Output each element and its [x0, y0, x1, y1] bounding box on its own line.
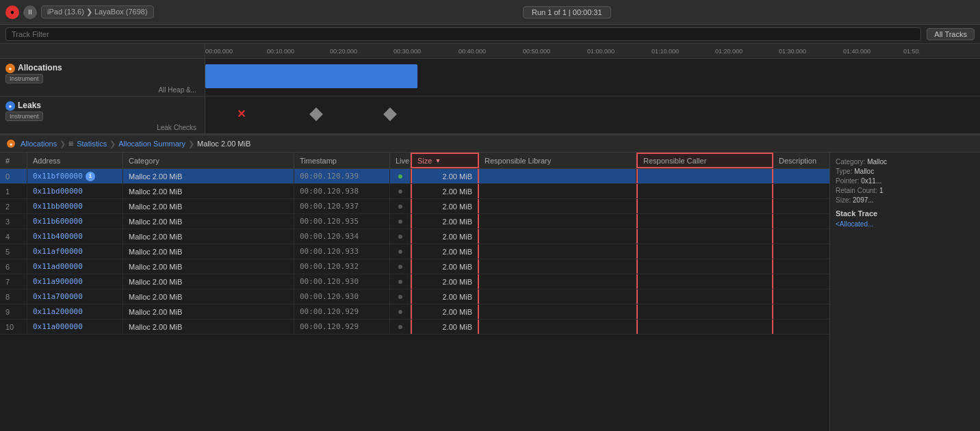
- table-icon: ⊞: [68, 140, 74, 147]
- td-timestamp-7: 00:00.120.930: [294, 274, 390, 289]
- td-size-4: 2.00 MiB: [411, 229, 479, 244]
- breadcrumb-allocations[interactable]: Allocations: [21, 140, 57, 148]
- td-address-4: 0x11b400000: [27, 229, 123, 244]
- data-table-container: # Address Category Timestamp Live Size ▼…: [0, 153, 980, 431]
- table-row[interactable]: 6 0x11ad00000 Malloc 2.00 MiB 00:00.120.…: [0, 259, 829, 274]
- table-row[interactable]: 4 0x11b400000 Malloc 2.00 MiB 00:00.120.…: [0, 229, 829, 244]
- live-dot-10: [398, 325, 402, 329]
- bottom-panel: ● Allocations ❯ ⊞ Statistics ❯ Allocatio…: [0, 135, 980, 431]
- breadcrumb-sep-3: ❯: [188, 140, 194, 148]
- td-live-4: [390, 229, 411, 244]
- td-resp-lib-3: [479, 214, 636, 228]
- td-size-10: 2.00 MiB: [411, 319, 479, 334]
- td-resp-lib-1: [479, 184, 636, 198]
- tick-7: 01:10.000: [652, 48, 679, 55]
- td-live-10: [390, 319, 411, 334]
- info-type: Type: Malloc: [836, 168, 975, 175]
- leaks-sub: Leak Checks: [5, 124, 199, 131]
- record-button[interactable]: ●: [5, 5, 19, 19]
- th-description[interactable]: Description: [773, 153, 829, 168]
- table-row[interactable]: 10 0x11a000000 Malloc 2.00 MiB 00:00.120…: [0, 319, 829, 335]
- info-icon[interactable]: i: [86, 172, 95, 181]
- sort-arrow: ▼: [435, 157, 441, 164]
- table-row[interactable]: 7 0x11a900000 Malloc 2.00 MiB 00:00.120.…: [0, 274, 829, 289]
- info-pointer: Pointer: 0x11...: [836, 177, 975, 185]
- live-dot-7: [398, 280, 402, 284]
- td-hash-6: 6: [0, 259, 27, 274]
- track-filter-input[interactable]: [5, 27, 921, 41]
- filter-bar: All Tracks: [0, 25, 980, 44]
- live-dot-6: [398, 265, 402, 269]
- tick-6: 01:00.000: [587, 48, 615, 55]
- table-header: # Address Category Timestamp Live Size ▼…: [0, 153, 829, 169]
- td-description-10: [773, 319, 829, 334]
- table-row[interactable]: 8 0x11a700000 Malloc 2.00 MiB 00:00.120.…: [0, 289, 829, 304]
- table-row[interactable]: 5 0x11af00000 Malloc 2.00 MiB 00:00.120.…: [0, 244, 829, 259]
- th-live[interactable]: Live: [390, 153, 411, 168]
- breadcrumb-icon: ●: [7, 140, 15, 148]
- th-size[interactable]: Size ▼: [411, 153, 479, 168]
- td-live-0: [390, 169, 411, 183]
- td-description-4: [773, 229, 829, 244]
- td-timestamp-0: 00:00.120.939: [294, 169, 390, 183]
- leaks-track: ✕: [205, 96, 980, 134]
- live-dot-0: [398, 174, 402, 179]
- td-description-3: [773, 214, 829, 228]
- th-hash[interactable]: #: [0, 153, 27, 168]
- device-label: iPad (13.6) ❯ LayaBox (7698): [41, 5, 154, 18]
- allocation-bar[interactable]: [205, 64, 417, 88]
- timeline-area: 00:00.000 00:10.000 00:20.000 00:30.000 …: [205, 44, 980, 134]
- td-resp-lib-4: [479, 229, 636, 244]
- allocations-sub: All Heap &...: [5, 86, 199, 94]
- td-size-1: 2.00 MiB: [411, 184, 479, 198]
- td-live-6: [390, 259, 411, 274]
- td-category-8: Malloc 2.00 MiB: [123, 289, 294, 304]
- td-size-6: 2.00 MiB: [411, 259, 479, 274]
- td-resp-lib-7: [479, 274, 636, 289]
- td-resp-lib-0: [479, 169, 636, 183]
- td-live-3: [390, 214, 411, 228]
- td-live-9: [390, 304, 411, 319]
- td-timestamp-10: 00:00.120.929: [294, 319, 390, 334]
- breadcrumb-sep-1: ❯: [60, 140, 66, 148]
- table-row[interactable]: 3 0x11b600000 Malloc 2.00 MiB 00:00.120.…: [0, 214, 829, 229]
- info-retain: Retain Count: 1: [836, 187, 975, 194]
- info-size: Size: 2097...: [836, 196, 975, 204]
- td-timestamp-6: 00:00.120.932: [294, 259, 390, 274]
- th-resp-lib[interactable]: Responsible Library: [479, 153, 636, 168]
- th-category[interactable]: Category: [123, 153, 294, 168]
- td-description-7: [773, 274, 829, 289]
- td-hash-3: 3: [0, 214, 27, 228]
- td-live-2: [390, 199, 411, 213]
- breadcrumb-statistics[interactable]: Statistics: [77, 140, 107, 148]
- td-timestamp-9: 00:00.120.929: [294, 304, 390, 319]
- table-row[interactable]: 1 0x11bd00000 Malloc 2.00 MiB 00:00.120.…: [0, 184, 829, 199]
- td-resp-caller-0: [636, 169, 773, 183]
- table-row[interactable]: 9 0x11a200000 Malloc 2.00 MiB 00:00.120.…: [0, 304, 829, 319]
- leaks-name: Leaks: [18, 101, 41, 110]
- table-row[interactable]: 2 0x11bb00000 Malloc 2.00 MiB 00:00.120.…: [0, 199, 829, 214]
- th-resp-caller[interactable]: Responsible Caller: [636, 153, 773, 168]
- td-hash-10: 10: [0, 319, 27, 334]
- pause-button[interactable]: ⏸: [23, 5, 37, 19]
- breadcrumb-alloc-summary[interactable]: Allocation Summary: [118, 140, 185, 148]
- td-resp-caller-8: [636, 289, 773, 304]
- device-name: iPad (13.6): [47, 8, 84, 16]
- td-description-5: [773, 244, 829, 259]
- th-timestamp[interactable]: Timestamp: [294, 153, 390, 168]
- all-tracks-button[interactable]: All Tracks: [927, 28, 975, 40]
- td-hash-5: 5: [0, 244, 27, 259]
- table-row[interactable]: 0 0x11bf00000i Malloc 2.00 MiB 00:00.120…: [0, 169, 829, 184]
- td-address-7: 0x11a900000: [27, 274, 123, 289]
- track-labels-panel: ● Allocations Instrument All Heap &... ●…: [0, 44, 205, 134]
- td-timestamp-5: 00:00.120.933: [294, 244, 390, 259]
- td-size-0: 2.00 MiB: [411, 169, 479, 183]
- breadcrumb-sep-2: ❯: [109, 140, 116, 148]
- tick-10: 01:40.000: [843, 48, 871, 55]
- td-resp-caller-1: [636, 184, 773, 198]
- allocations-badge: Instrument: [5, 74, 43, 83]
- td-hash-1: 1: [0, 184, 27, 198]
- th-address[interactable]: Address: [27, 153, 123, 168]
- tick-11: 01:50.: [903, 48, 920, 55]
- arrow-icon: ❯: [86, 8, 94, 16]
